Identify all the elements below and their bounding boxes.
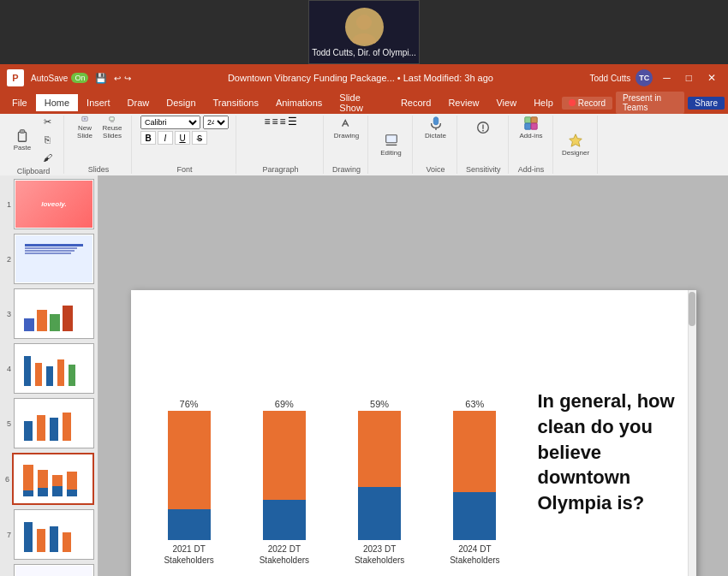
tab-transitions[interactable]: Transitions bbox=[205, 94, 267, 111]
scroll-thumb[interactable] bbox=[689, 292, 695, 326]
tab-draw[interactable]: Draw bbox=[119, 94, 158, 111]
slide-panel: 1 loveoly. 2 bbox=[0, 175, 98, 576]
tab-file[interactable]: File bbox=[3, 94, 36, 111]
slide-thumb-2[interactable] bbox=[14, 234, 94, 284]
svg-rect-39 bbox=[67, 490, 77, 496]
slide-num-6: 6 bbox=[3, 475, 9, 484]
bar-unclean-2021 bbox=[168, 411, 211, 509]
slide-thumb-8-container: 8 bbox=[3, 564, 94, 576]
svg-rect-25 bbox=[46, 366, 53, 386]
video-thumbnail: Todd Cutts, Dir. of Olympi... bbox=[308, 0, 420, 64]
share-button-label[interactable]: Share bbox=[695, 98, 718, 108]
bar-pct-2023: 59% bbox=[370, 399, 389, 409]
close-button[interactable]: ✕ bbox=[702, 72, 721, 84]
tab-home[interactable]: Home bbox=[36, 94, 78, 111]
svg-rect-16 bbox=[531, 117, 537, 123]
tab-slideshow[interactable]: Slide Show bbox=[331, 89, 392, 116]
tab-insert[interactable]: Insert bbox=[78, 94, 119, 111]
video-bar: Todd Cutts, Dir. of Olympi... bbox=[0, 0, 728, 64]
add-ins-button[interactable]: Add-ins bbox=[519, 116, 543, 140]
content-area: 1 loveoly. 2 bbox=[0, 175, 728, 576]
slide-thumb-1-container: 1 loveoly. bbox=[3, 179, 94, 229]
minimize-button[interactable]: ─ bbox=[658, 72, 676, 84]
office-logo: P bbox=[7, 69, 24, 86]
align-right-button[interactable]: ≡ bbox=[280, 116, 286, 128]
tab-design[interactable]: Design bbox=[158, 94, 204, 111]
dictate-button[interactable]: Dictate bbox=[424, 116, 448, 140]
strikethrough-button[interactable]: S̶ bbox=[192, 131, 207, 145]
svg-rect-41 bbox=[37, 529, 45, 552]
save-icon[interactable]: 💾 bbox=[95, 73, 107, 84]
paste-button[interactable]: Paste bbox=[10, 128, 34, 151]
reuse-slides-button[interactable]: Reuse Slides bbox=[100, 116, 124, 140]
slide-thumb-3[interactable] bbox=[14, 288, 94, 339]
font-family-select[interactable]: Calibri bbox=[140, 116, 200, 129]
tab-animations[interactable]: Animations bbox=[267, 94, 331, 111]
slide-num-1: 1 bbox=[3, 200, 11, 209]
format-painter-button[interactable]: 🖌 bbox=[38, 150, 57, 165]
svg-rect-35 bbox=[38, 488, 48, 496]
bar-stack-2023: 59% bbox=[358, 399, 401, 540]
slide-thumb-5[interactable] bbox=[14, 398, 94, 448]
slide-thumb-3-container: 3 bbox=[3, 288, 94, 339]
align-center-button[interactable]: ≡ bbox=[272, 116, 277, 128]
svg-rect-7 bbox=[110, 117, 114, 121]
slide-num-3: 3 bbox=[3, 310, 11, 318]
slide-thumb-2-container: 2 bbox=[3, 234, 94, 284]
designer-button[interactable]: Designer bbox=[564, 133, 588, 157]
slide-thumb-7-container: 7 bbox=[3, 509, 94, 560]
svg-rect-33 bbox=[23, 490, 33, 496]
video-name: Todd Cutts, Dir. of Olympi... bbox=[312, 48, 416, 57]
bold-button[interactable]: B bbox=[140, 131, 156, 145]
slide-thumb-7[interactable] bbox=[14, 509, 94, 560]
clipboard-label: Clipboard bbox=[17, 167, 51, 175]
bar-label-2024: 2024 DTStakeholders bbox=[450, 543, 499, 566]
drawing-label: Drawing bbox=[332, 165, 361, 174]
autosave-toggle[interactable]: On bbox=[71, 73, 88, 83]
maximize-button[interactable]: □ bbox=[681, 72, 697, 84]
bullets-button[interactable]: ☰ bbox=[288, 116, 297, 128]
slide-thumb-4-container: 4 bbox=[3, 343, 94, 394]
present-button-label[interactable]: Present in Teams bbox=[623, 93, 677, 112]
svg-point-1 bbox=[352, 33, 376, 44]
undo-icon[interactable]: ↩ bbox=[114, 74, 121, 83]
ribbon-group-paragraph: ≡ ≡ ≡ ☰ Paragraph bbox=[238, 116, 324, 174]
slide-scrollbar[interactable] bbox=[688, 290, 696, 577]
slide-num-2: 2 bbox=[3, 255, 11, 264]
font-size-select[interactable]: 24 bbox=[203, 116, 229, 129]
underline-button[interactable]: U bbox=[175, 131, 190, 145]
svg-rect-21 bbox=[50, 314, 60, 331]
slide-thumb-8[interactable] bbox=[14, 564, 94, 576]
window-title: Downtown Vibrancy Funding Package... • L… bbox=[131, 73, 589, 83]
slide-view: 76% 2021 DTStakeholders 69% bbox=[98, 175, 728, 576]
align-left-button[interactable]: ≡ bbox=[264, 116, 270, 128]
tab-review[interactable]: Review bbox=[439, 94, 487, 111]
bar-clean-2024 bbox=[453, 492, 496, 540]
tab-help[interactable]: Help bbox=[525, 94, 562, 111]
font-label: Font bbox=[176, 165, 192, 174]
sensitivity-button[interactable] bbox=[471, 116, 495, 140]
cut-button[interactable]: ✂ bbox=[38, 114, 57, 129]
svg-rect-43 bbox=[63, 532, 71, 552]
tab-view[interactable]: View bbox=[487, 94, 525, 111]
redo-icon[interactable]: ↪ bbox=[124, 74, 131, 83]
slide-thumb-1[interactable]: loveoly. bbox=[14, 179, 94, 229]
slide-thumb-4[interactable] bbox=[14, 343, 94, 394]
slide-thumb-6[interactable] bbox=[12, 453, 94, 505]
svg-rect-17 bbox=[525, 123, 531, 129]
ribbon-content: Paste ✂ ⎘ 🖌 Clipboard New Slide bbox=[0, 114, 728, 175]
bar-clean-2022 bbox=[263, 500, 306, 540]
italic-button[interactable]: I bbox=[158, 131, 173, 145]
ribbon-group-addins: Add-ins Add-ins bbox=[510, 116, 553, 174]
new-slide-button[interactable]: New Slide bbox=[73, 116, 97, 140]
svg-rect-19 bbox=[24, 318, 34, 331]
editing-button[interactable]: Editing bbox=[379, 133, 403, 157]
svg-point-14 bbox=[482, 130, 484, 132]
tab-record[interactable]: Record bbox=[392, 94, 439, 111]
svg-rect-23 bbox=[24, 356, 31, 386]
record-button-label[interactable]: Record bbox=[578, 98, 606, 108]
drawing-button[interactable]: Drawing bbox=[335, 116, 359, 140]
copy-button[interactable]: ⎘ bbox=[38, 132, 57, 147]
bar-label-2023: 2023 DTStakeholders bbox=[355, 543, 404, 566]
slide-num-7: 7 bbox=[3, 531, 11, 539]
